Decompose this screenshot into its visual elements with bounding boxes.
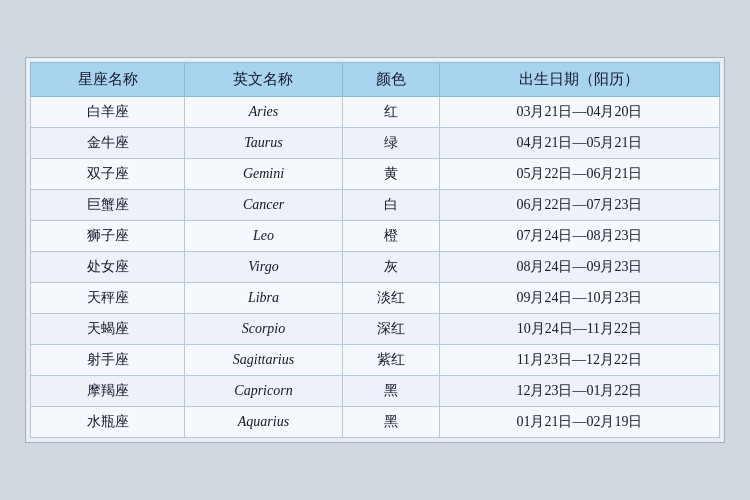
cell-english: Taurus <box>185 128 342 159</box>
cell-chinese: 处女座 <box>31 252 185 283</box>
cell-chinese: 金牛座 <box>31 128 185 159</box>
cell-dates: 07月24日—08月23日 <box>439 221 719 252</box>
cell-chinese: 天秤座 <box>31 283 185 314</box>
table-row: 白羊座Aries红03月21日—04月20日 <box>31 97 720 128</box>
table-row: 双子座Gemini黄05月22日—06月21日 <box>31 159 720 190</box>
cell-dates: 11月23日—12月22日 <box>439 345 719 376</box>
cell-color: 绿 <box>342 128 439 159</box>
cell-color: 黄 <box>342 159 439 190</box>
cell-english: Capricorn <box>185 376 342 407</box>
cell-color: 黑 <box>342 376 439 407</box>
cell-dates: 05月22日—06月21日 <box>439 159 719 190</box>
cell-color: 深红 <box>342 314 439 345</box>
cell-english: Virgo <box>185 252 342 283</box>
cell-chinese: 天蝎座 <box>31 314 185 345</box>
table-row: 狮子座Leo橙07月24日—08月23日 <box>31 221 720 252</box>
table-row: 巨蟹座Cancer白06月22日—07月23日 <box>31 190 720 221</box>
cell-dates: 08月24日—09月23日 <box>439 252 719 283</box>
cell-chinese: 巨蟹座 <box>31 190 185 221</box>
cell-english: Scorpio <box>185 314 342 345</box>
zodiac-table-container: 星座名称 英文名称 颜色 出生日期（阳历） 白羊座Aries红03月21日—04… <box>25 57 725 443</box>
cell-english: Cancer <box>185 190 342 221</box>
table-row: 射手座Sagittarius紫红11月23日—12月22日 <box>31 345 720 376</box>
cell-dates: 04月21日—05月21日 <box>439 128 719 159</box>
cell-color: 紫红 <box>342 345 439 376</box>
zodiac-table: 星座名称 英文名称 颜色 出生日期（阳历） 白羊座Aries红03月21日—04… <box>30 62 720 438</box>
cell-color: 灰 <box>342 252 439 283</box>
cell-color: 红 <box>342 97 439 128</box>
table-row: 处女座Virgo灰08月24日—09月23日 <box>31 252 720 283</box>
col-header-chinese: 星座名称 <box>31 63 185 97</box>
table-row: 水瓶座Aquarius黑01月21日—02月19日 <box>31 407 720 438</box>
cell-english: Leo <box>185 221 342 252</box>
table-row: 天蝎座Scorpio深红10月24日—11月22日 <box>31 314 720 345</box>
cell-color: 白 <box>342 190 439 221</box>
cell-english: Libra <box>185 283 342 314</box>
cell-dates: 09月24日—10月23日 <box>439 283 719 314</box>
table-row: 天秤座Libra淡红09月24日—10月23日 <box>31 283 720 314</box>
table-header-row: 星座名称 英文名称 颜色 出生日期（阳历） <box>31 63 720 97</box>
cell-color: 淡红 <box>342 283 439 314</box>
col-header-color: 颜色 <box>342 63 439 97</box>
cell-color: 橙 <box>342 221 439 252</box>
cell-english: Aries <box>185 97 342 128</box>
cell-chinese: 射手座 <box>31 345 185 376</box>
cell-chinese: 水瓶座 <box>31 407 185 438</box>
table-row: 金牛座Taurus绿04月21日—05月21日 <box>31 128 720 159</box>
cell-chinese: 白羊座 <box>31 97 185 128</box>
col-header-dates: 出生日期（阳历） <box>439 63 719 97</box>
cell-chinese: 双子座 <box>31 159 185 190</box>
cell-dates: 06月22日—07月23日 <box>439 190 719 221</box>
cell-dates: 01月21日—02月19日 <box>439 407 719 438</box>
cell-dates: 12月23日—01月22日 <box>439 376 719 407</box>
table-body: 白羊座Aries红03月21日—04月20日金牛座Taurus绿04月21日—0… <box>31 97 720 438</box>
cell-english: Gemini <box>185 159 342 190</box>
cell-chinese: 狮子座 <box>31 221 185 252</box>
table-row: 摩羯座Capricorn黑12月23日—01月22日 <box>31 376 720 407</box>
cell-english: Sagittarius <box>185 345 342 376</box>
cell-color: 黑 <box>342 407 439 438</box>
cell-english: Aquarius <box>185 407 342 438</box>
cell-dates: 03月21日—04月20日 <box>439 97 719 128</box>
cell-chinese: 摩羯座 <box>31 376 185 407</box>
col-header-english: 英文名称 <box>185 63 342 97</box>
cell-dates: 10月24日—11月22日 <box>439 314 719 345</box>
